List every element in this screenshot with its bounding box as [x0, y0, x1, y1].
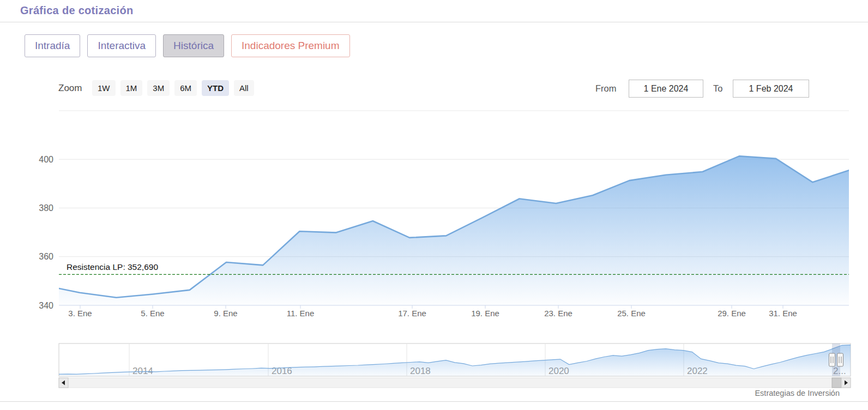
bottom-divider	[0, 401, 868, 402]
tab-intradia[interactable]: Intradía	[25, 34, 80, 57]
navigator-area-fill	[59, 345, 851, 376]
to-label: To	[713, 83, 722, 94]
x-axis-label: 9. Ene	[214, 309, 237, 318]
from-label: From	[595, 83, 617, 94]
price-chart[interactable]: 4003803603403. Ene5. Ene9. Ene11. Ene17.…	[0, 107, 868, 325]
y-axis-label: 360	[39, 252, 53, 261]
credits-link[interactable]: Estrategias de Inversión	[755, 389, 840, 397]
title-divider	[0, 22, 868, 22]
page-title: Gráfica de cotización	[20, 4, 133, 17]
x-axis-label: 29. Ene	[718, 309, 746, 318]
zoom-button-1w[interactable]: 1W	[92, 80, 116, 96]
zoom-button-1m[interactable]: 1M	[120, 80, 143, 96]
zoom-button-all[interactable]: All	[234, 80, 254, 96]
x-axis-label: 5. Ene	[141, 309, 164, 318]
x-axis-label: 25. Ene	[617, 309, 646, 318]
navigator-handle-left[interactable]	[829, 353, 835, 366]
tab-historica[interactable]: Histórica	[163, 34, 224, 57]
x-axis-label: 11. Ene	[287, 309, 315, 318]
scrollbar-track[interactable]	[59, 378, 851, 388]
tab-interactiva[interactable]: Interactiva	[87, 34, 156, 57]
y-axis-label: 380	[39, 203, 53, 213]
price-area-fill	[43, 156, 849, 305]
resistance-label: Resistencia LP: 352,690	[67, 262, 158, 272]
range-selector-buttons: 1W 1M 3M 6M YTD All	[92, 80, 254, 96]
y-axis-label: 340	[39, 301, 53, 310]
from-date-input[interactable]	[629, 80, 703, 98]
navigator-handle-right[interactable]	[837, 353, 843, 366]
quote-chart-widget: Gráfica de cotización Intradía Interacti…	[0, 0, 868, 410]
to-date-input[interactable]	[733, 80, 809, 98]
x-axis-label: 3. Ene	[68, 309, 92, 318]
navigator[interactable]: 201420162018202020222...	[0, 334, 868, 390]
zoom-label: Zoom	[58, 83, 82, 94]
zoom-button-6m[interactable]: 6M	[174, 80, 197, 96]
y-axis-label: 400	[39, 155, 53, 164]
chart-mode-tabs: Intradía Interactiva Histórica Indicador…	[25, 34, 350, 57]
x-axis-label: 19. Ene	[471, 309, 499, 318]
x-axis-label: 17. Ene	[398, 309, 426, 318]
zoom-button-3m[interactable]: 3M	[147, 80, 170, 96]
tab-indicadores-premium[interactable]: Indicadores Premium	[231, 34, 350, 57]
x-axis-label: 23. Ene	[544, 309, 572, 318]
zoom-button-ytd[interactable]: YTD	[202, 80, 229, 96]
x-axis-label: 31. Ene	[769, 309, 797, 318]
scrollbar-thumb[interactable]	[832, 378, 841, 388]
